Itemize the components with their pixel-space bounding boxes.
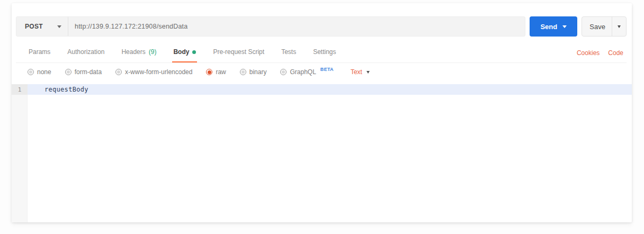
request-tabs-row: Params Authorization Headers (9) Body Pr… [16, 43, 627, 63]
request-bar: POST http://139.9.127.172:21908/sendData… [16, 16, 627, 37]
body-type-form-data[interactable]: form-data [65, 68, 102, 76]
chevron-down-icon [562, 25, 567, 28]
save-button[interactable]: Save [582, 16, 627, 37]
radio-icon [115, 69, 122, 75]
code-link[interactable]: Code [608, 49, 623, 57]
tab-body[interactable]: Body [172, 43, 197, 62]
body-type-x-www-form-urlencoded[interactable]: x-www-form-urlencoded [115, 68, 192, 76]
headers-count-badge: (9) [149, 48, 157, 56]
send-button[interactable]: Send [530, 16, 577, 37]
request-panel: POST http://139.9.127.172:21908/sendData… [12, 3, 632, 222]
radio-label: GraphQL [290, 68, 316, 76]
url-bar: POST http://139.9.127.172:21908/sendData [16, 16, 525, 37]
body-editor[interactable]: 1 requestBody [12, 84, 632, 222]
format-value: Text [351, 68, 362, 76]
tab-pre-request-script[interactable]: Pre-request Script [212, 43, 265, 62]
raw-format-select[interactable]: Text [351, 68, 370, 76]
tab-settings[interactable]: Settings [312, 43, 337, 62]
radio-icon [280, 69, 287, 75]
cookies-link[interactable]: Cookies [577, 49, 600, 57]
editor-line[interactable]: 1 requestBody [12, 84, 632, 95]
body-type-row: none form-data x-www-form-urlencoded raw… [16, 63, 627, 81]
body-type-none[interactable]: none [28, 68, 51, 76]
save-options-button[interactable] [612, 25, 626, 28]
line-text: requestBody [28, 86, 88, 93]
url-value: http://139.9.127.172:21908/sendData [75, 23, 187, 30]
tab-label: Params [29, 48, 50, 56]
chevron-down-icon [366, 71, 370, 74]
chevron-down-icon [57, 25, 61, 28]
radio-selected-icon [206, 69, 212, 75]
radio-label: binary [249, 68, 267, 76]
radio-icon [65, 69, 71, 75]
radio-label: none [37, 68, 51, 76]
tab-label: Pre-request Script [213, 48, 264, 56]
url-input[interactable]: http://139.9.127.172:21908/sendData [68, 17, 525, 36]
beta-badge: BETA [320, 67, 334, 72]
request-tabs: Params Authorization Headers (9) Body Pr… [16, 43, 345, 62]
line-number: 1 [12, 84, 28, 95]
tab-params[interactable]: Params [28, 43, 51, 62]
save-label: Save [582, 23, 612, 31]
radio-label: form-data [75, 68, 102, 76]
body-type-graphql[interactable]: GraphQL BETA [280, 68, 333, 76]
body-type-binary[interactable]: binary [240, 68, 267, 76]
method-label: POST [25, 23, 43, 30]
tab-headers[interactable]: Headers (9) [120, 43, 157, 62]
radio-label: x-www-form-urlencoded [125, 68, 192, 76]
tab-label: Body [173, 48, 189, 56]
chevron-down-icon [618, 25, 621, 28]
tab-label: Settings [313, 48, 336, 56]
body-has-content-dot [192, 50, 196, 54]
tab-label: Headers [121, 48, 145, 56]
radio-icon [28, 69, 34, 75]
radio-label: raw [216, 68, 226, 76]
tab-tests[interactable]: Tests [280, 43, 297, 62]
body-type-raw[interactable]: raw [206, 68, 226, 76]
app-background: POST http://139.9.127.172:21908/sendData… [0, 0, 644, 234]
tab-authorization[interactable]: Authorization [66, 43, 105, 62]
radio-icon [240, 69, 246, 75]
send-label: Send [540, 23, 557, 31]
method-select[interactable]: POST [16, 17, 68, 36]
side-links: Cookies Code [577, 44, 627, 62]
editor-gutter [12, 84, 28, 222]
tab-label: Tests [281, 48, 296, 56]
tab-label: Authorization [67, 48, 104, 56]
